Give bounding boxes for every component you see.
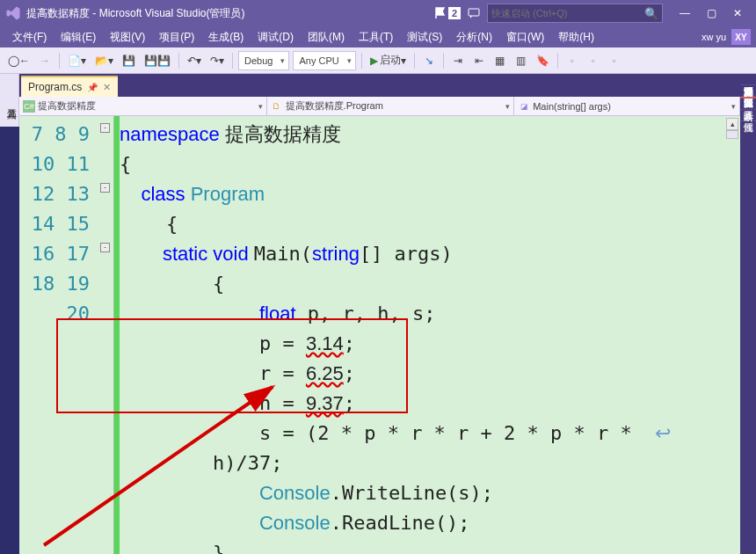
menu-team[interactable]: 团队(M) [301, 30, 352, 45]
menu-analyze[interactable]: 分析(N) [449, 30, 499, 45]
menu-build[interactable]: 生成(B) [201, 30, 251, 45]
outdent-button[interactable]: ⇤ [470, 51, 488, 70]
menu-test[interactable]: 测试(S) [400, 30, 449, 45]
pin-icon[interactable]: 📌 [87, 83, 98, 92]
menu-edit[interactable]: 编辑(E) [54, 30, 103, 45]
notification-badge[interactable]: 2 [434, 7, 461, 19]
title-bar: 提高数据精度 - Microsoft Visual Studio(管理员) 2 … [0, 0, 756, 26]
properties-tab[interactable]: 属性 [740, 110, 756, 121]
minimize-button[interactable]: — [672, 3, 698, 24]
forward-button[interactable]: → [36, 51, 54, 70]
toolbar: ◯← → 📄▾ 📂▾ 💾 💾💾 ↶▾ ↷▾ Debug Any CPU ▶启动 … [0, 47, 756, 74]
menu-tools[interactable]: 工具(T) [352, 30, 400, 45]
toolbox-tab[interactable]: 工具箱 [0, 74, 19, 127]
extra1-button[interactable]: ▫ [563, 51, 581, 70]
method-combo[interactable]: ◪ Main(string[] args) [514, 97, 740, 115]
search-icon: 🔍 [644, 7, 658, 20]
tab-close-icon[interactable]: ✕ [103, 82, 111, 93]
scroll-up-button[interactable]: ▴ [726, 118, 738, 130]
bookmark-button[interactable]: 🔖 [534, 51, 552, 70]
menu-window[interactable]: 窗口(W) [499, 30, 551, 45]
feedback-icon[interactable] [468, 7, 480, 19]
quick-launch-input[interactable] [491, 8, 641, 18]
start-button[interactable]: ▶启动 ▾ [367, 51, 409, 70]
redo-button[interactable]: ↷▾ [207, 51, 227, 70]
right-tool-strip: 解决方案资源管理器 团队资源管理器 诊断工具 属性 [740, 74, 756, 554]
flag-icon [434, 7, 447, 19]
fold-strip: - - - [98, 116, 114, 554]
back-button[interactable]: ◯← [5, 51, 33, 70]
class-combo[interactable]: 🗋 提高数据精度.Program [267, 97, 515, 115]
solution-explorer-tab[interactable]: 解决方案资源管理器 [740, 74, 756, 85]
extra2-button[interactable]: ▫ [585, 51, 602, 70]
vs-logo-icon [5, 5, 21, 21]
indent-button[interactable]: ⇥ [449, 51, 467, 70]
save-all-button[interactable]: 💾💾 [142, 51, 173, 70]
step-button[interactable]: ↘ [420, 51, 438, 70]
project-combo[interactable]: C# 提高数据精度 [19, 97, 267, 115]
line-gutter: 7 8 9 10 11 12 13 14 15 16 17 18 19 20 [19, 116, 98, 554]
menu-help[interactable]: 帮助(H) [551, 30, 601, 45]
menu-debug[interactable]: 调试(D) [251, 30, 301, 45]
tab-filename: Program.cs [28, 81, 82, 93]
navigation-bar: C# 提高数据精度 🗋 提高数据精度.Program ◪ Main(string… [19, 97, 740, 116]
code-editor[interactable]: 7 8 9 10 11 12 13 14 15 16 17 18 19 20 -… [19, 116, 740, 554]
undo-button[interactable]: ↶▾ [185, 51, 204, 70]
fold-box-icon[interactable]: - [100, 123, 110, 133]
split-handle[interactable] [726, 130, 738, 139]
comment-button[interactable]: ▦ [491, 51, 509, 70]
diagnostics-tab[interactable]: 诊断工具 [740, 97, 756, 110]
open-button[interactable]: 📂▾ [92, 51, 116, 70]
fold-box-icon[interactable]: - [100, 183, 110, 193]
fold-box-icon[interactable]: - [100, 243, 110, 252]
close-button[interactable]: ✕ [724, 3, 751, 24]
quick-launch-box[interactable]: 🔍 [487, 4, 663, 23]
window-title: 提高数据精度 - Microsoft Visual Studio(管理员) [26, 6, 245, 21]
uncomment-button[interactable]: ▥ [512, 51, 530, 70]
new-project-button[interactable]: 📄▾ [65, 51, 89, 70]
maximize-button[interactable]: ▢ [698, 3, 724, 24]
save-button[interactable]: 💾 [120, 51, 138, 70]
user-badge[interactable]: XY [731, 29, 751, 45]
tab-well: Program.cs 📌 ✕ [0, 74, 756, 97]
team-explorer-tab[interactable]: 团队资源管理器 [740, 85, 756, 97]
config-combo[interactable]: Debug [238, 51, 289, 70]
class-icon: 🗋 [271, 100, 283, 113]
menu-file[interactable]: 文件(F) [5, 30, 54, 45]
csharp-project-icon: C# [23, 100, 35, 113]
user-label[interactable]: xw yu [701, 32, 726, 42]
file-tab[interactable]: Program.cs 📌 ✕ [21, 76, 118, 97]
play-icon: ▶ [370, 55, 378, 67]
menu-project[interactable]: 项目(P) [152, 30, 201, 45]
code-area[interactable]: namespace 提高数据精度 { class Program { stati… [120, 116, 740, 554]
menu-bar: 文件(F) 编辑(E) 视图(V) 项目(P) 生成(B) 调试(D) 团队(M… [0, 26, 756, 47]
method-icon: ◪ [518, 100, 530, 113]
extra3-button[interactable]: ▫ [606, 51, 623, 70]
menu-view[interactable]: 视图(V) [103, 30, 152, 45]
svg-rect-0 [469, 9, 479, 16]
platform-combo[interactable]: Any CPU [293, 51, 355, 70]
